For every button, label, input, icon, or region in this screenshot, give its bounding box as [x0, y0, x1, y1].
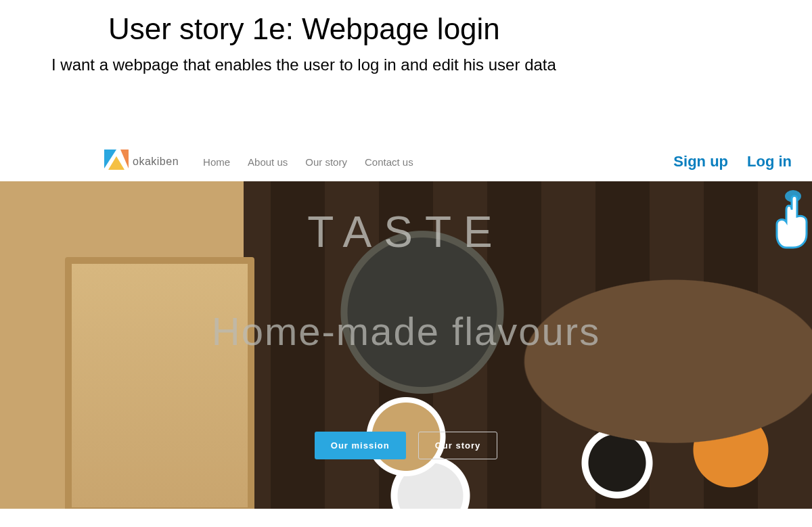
nav-contact[interactable]: Contact us	[365, 156, 413, 168]
our-mission-button[interactable]: Our mission	[315, 432, 406, 459]
nav-our-story[interactable]: Our story	[305, 156, 347, 168]
hero-decor-board	[65, 257, 254, 509]
our-story-button[interactable]: Our story	[418, 432, 498, 459]
signup-link[interactable]: Sign up	[673, 153, 728, 170]
main-nav: Home About us Our story Contact us	[203, 156, 413, 168]
nav-about[interactable]: About us	[248, 156, 288, 168]
hero-title: TASTE	[0, 207, 812, 257]
slide-description: I want a webpage that enables the user t…	[51, 55, 812, 74]
hero-buttons: Our mission Our story	[0, 432, 812, 459]
site-header: okakiben Home About us Our story Contact…	[89, 142, 807, 181]
auth-links: Sign up Log in	[673, 153, 792, 170]
brand[interactable]: okakiben	[104, 150, 179, 174]
login-link[interactable]: Log in	[747, 153, 792, 170]
hero-section: TASTE Home-made flavours Our mission Our…	[0, 181, 812, 509]
hero-subtitle: Home-made flavours	[0, 308, 812, 354]
slide-title: User story 1e: Webpage login	[108, 12, 812, 46]
nav-home[interactable]: Home	[203, 156, 230, 168]
brand-name: okakiben	[133, 156, 179, 168]
logo-icon	[104, 150, 129, 174]
